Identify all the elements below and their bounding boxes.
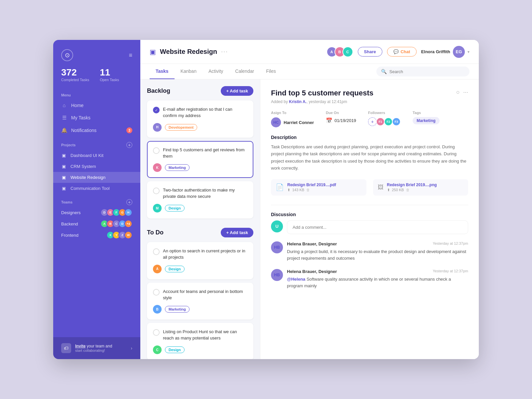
task-assignee-avatar: K: [153, 163, 162, 172]
task-check[interactable]: [153, 248, 160, 255]
task-card[interactable]: Account for teams and personal in bottom…: [147, 283, 253, 320]
tab-kanban[interactable]: Kanban: [175, 64, 202, 79]
chevron-right-icon: ›: [131, 345, 132, 351]
task-check[interactable]: [153, 289, 160, 296]
attachment-name: Redesign Brief 2019....pdf: [287, 183, 362, 187]
project-item-website[interactable]: ▣ Website Redesign: [53, 172, 140, 183]
home-label: Home: [71, 103, 83, 108]
search-bar[interactable]: 🔍: [376, 66, 469, 76]
add-todo-task-button[interactable]: + Add task: [221, 228, 253, 237]
comment-time: Yesterday at 12:37pm: [433, 241, 468, 246]
task-card[interactable]: An option to search in current projects …: [147, 242, 253, 279]
project-icon: ▣: [61, 175, 66, 180]
detail-check-icon[interactable]: ○: [456, 89, 460, 96]
image-icon: 🖼: [378, 184, 384, 191]
task-card-selected[interactable]: Find top 5 customers and get reviews fro…: [147, 141, 253, 178]
open-count: 11: [100, 68, 119, 77]
task-board: Backlog + Add task ✓ E-mail after regist…: [140, 79, 260, 359]
search-input[interactable]: [389, 69, 465, 74]
task-title: An option to search in current projects …: [163, 248, 247, 261]
tab-calendar[interactable]: Calendar: [229, 64, 260, 79]
task-assignee-avatar: M: [153, 204, 162, 212]
task-card[interactable]: ✓ E-mail after registration so that I ca…: [147, 100, 253, 138]
user-menu-chevron: ▾: [467, 50, 469, 54]
task-tag: Design: [165, 205, 185, 211]
share-button[interactable]: Share: [358, 47, 382, 57]
main-content: ▣ Website Redesign ··· A B C Share 💬 Cha…: [140, 40, 479, 359]
follower-avatar: F2: [384, 117, 393, 126]
project-item-dashboard[interactable]: ▣ Dashboard UI Kit: [53, 150, 140, 161]
project-item-comm[interactable]: ▣ Communication Tool: [53, 183, 140, 194]
task-card[interactable]: Listing on Product Hunt so that we can r…: [147, 323, 253, 359]
more-options-icon[interactable]: ···: [221, 48, 228, 55]
avatar: W: [124, 231, 132, 239]
invite-icon: 🏷: [61, 343, 71, 353]
detail-meta: Asign To HC Harriet Conner Due On 📅 01/1…: [271, 111, 468, 127]
teams-section-label: Teams: [61, 200, 72, 204]
user-avatar: EG: [453, 46, 465, 58]
topbar-collaborators: A B C: [327, 47, 353, 57]
add-follower-button[interactable]: +: [368, 117, 377, 126]
attachment-pdf[interactable]: 📄 Redesign Brief 2019....pdf ⬆143 KB 🗑: [271, 179, 366, 196]
team-backend: Backend A B C D +4: [61, 220, 132, 228]
delete-attachment-icon[interactable]: 🗑: [306, 188, 310, 192]
nav-tabs: Tasks Kanban Activity Calendar Files 🔍: [140, 64, 479, 79]
task-title: Two-factor authentication to make my pri…: [163, 187, 247, 200]
projects-section-label: Projects: [61, 143, 75, 147]
comment-item: HB Helena Brauer, Designer Yesterday at …: [271, 269, 468, 289]
tab-activity[interactable]: Activity: [202, 64, 229, 79]
added-by-link[interactable]: Kristin A.: [289, 99, 307, 104]
detail-added-info: Added by Kristin A., yesterday at 12:41p…: [271, 99, 468, 104]
comment-item: HB Helena Brauer, Designer Yesterday at …: [271, 241, 468, 262]
project-item-crm[interactable]: ▣ CRM System: [53, 161, 140, 172]
attachment-size: ⬆250 KB 🗑: [387, 188, 464, 192]
project-label: CRM System: [70, 164, 96, 169]
avatar-extra-count: +4: [124, 220, 132, 228]
comment-time: Yesterday at 12:37pm: [433, 269, 468, 274]
sidebar-item-home[interactable]: ⌂ Home: [53, 99, 140, 111]
calendar-icon: 📅: [326, 117, 332, 124]
detail-more-icon[interactable]: ···: [463, 89, 468, 96]
add-project-button[interactable]: +: [126, 142, 132, 148]
collaborator-avatar: C: [342, 47, 353, 57]
notifications-icon: 🔔: [61, 127, 67, 133]
commenter-name: Helena Brauer, Designer: [287, 241, 337, 246]
tags-label: Tags: [413, 111, 440, 115]
sidebar-item-notifications[interactable]: 🔔 Notifications 3: [53, 124, 140, 137]
invite-footer[interactable]: 🏷 Invite your team and start collaborati…: [53, 337, 140, 359]
add-team-button[interactable]: +: [126, 199, 132, 205]
add-backlog-task-button[interactable]: + Add task: [221, 86, 253, 96]
task-check[interactable]: [153, 147, 160, 154]
backlog-section: Backlog + Add task ✓ E-mail after regist…: [147, 86, 253, 218]
task-card[interactable]: Two-factor authentication to make my pri…: [147, 181, 253, 218]
menu-toggle-icon[interactable]: ≡: [129, 52, 132, 59]
task-tag: Developement: [165, 124, 197, 131]
open-label: Open Tasks: [100, 78, 119, 82]
project-label: Communication Tool: [70, 186, 110, 191]
team-frontend: Frontend X Y Z W: [61, 231, 132, 239]
attachment-png[interactable]: 🖼 Redesign Brief 2019....png ⬆250 KB 🗑: [373, 179, 468, 196]
tab-files[interactable]: Files: [260, 64, 282, 79]
due-label: Due On: [326, 111, 356, 115]
home-icon: ⌂: [61, 102, 67, 108]
current-user-avatar: U: [271, 220, 283, 232]
sidebar-item-my-tasks[interactable]: ☰ My Tasks: [53, 111, 140, 124]
tab-tasks[interactable]: Tasks: [150, 64, 175, 79]
team-designers: Designers D E F G H: [61, 208, 132, 216]
task-check[interactable]: [153, 329, 160, 336]
chat-button[interactable]: 💬 Chat: [387, 47, 417, 57]
attachment-name: Redesign Brief 2019....png: [387, 183, 464, 187]
task-check-done[interactable]: ✓: [153, 107, 160, 113]
search-icon: 🔍: [381, 69, 387, 74]
completed-count: 372: [61, 68, 89, 77]
task-assignee-avatar: B: [153, 305, 162, 314]
assign-label: Asign To: [271, 111, 314, 115]
comment-input[interactable]: [287, 220, 468, 234]
task-assignee-avatar: C: [153, 345, 162, 354]
delete-attachment-icon[interactable]: 🗑: [406, 188, 410, 192]
content-area: Backlog + Add task ✓ E-mail after regist…: [140, 79, 479, 359]
user-menu[interactable]: Elnora Griffith EG ▾: [421, 46, 469, 58]
task-check[interactable]: [153, 188, 160, 194]
comment-text: During a project build, it is necessary …: [287, 248, 468, 262]
my-tasks-label: My Tasks: [71, 115, 90, 120]
